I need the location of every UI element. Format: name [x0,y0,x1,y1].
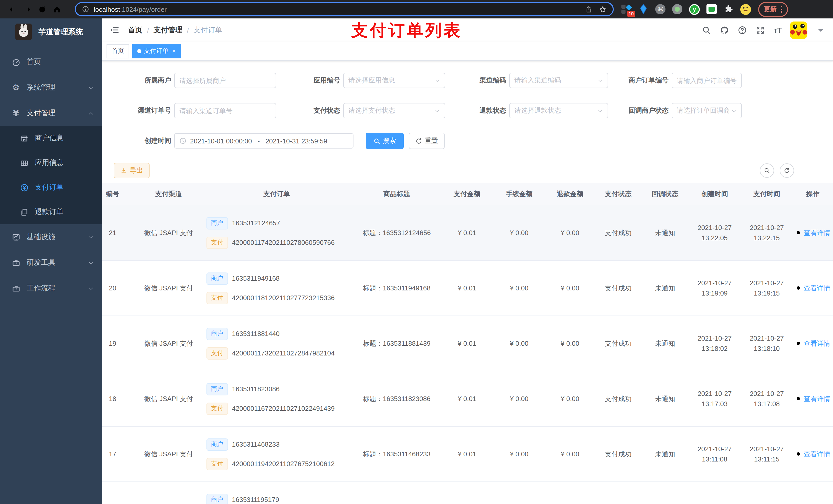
sidebar-toggle-icon[interactable] [110,25,119,35]
view-detail-link[interactable]: 查看详情 [795,450,830,459]
column-header-支付订单: 支付订单 [201,183,353,205]
date-separator: - [257,137,260,145]
cell-order-no: 商户1635312124657支付42000011742021102780605… [201,205,353,261]
export-button[interactable]: 导出 [114,163,149,178]
column-header-支付渠道: 支付渠道 [136,183,201,205]
user-avatar[interactable] [790,21,807,39]
filter-field-商户订单编号: 商户订单编号 [610,73,742,88]
field-label: 商户订单编号 [610,76,669,85]
browser-back-icon[interactable] [5,2,20,17]
toggle-search-button[interactable] [760,163,774,178]
extension-kite-icon[interactable] [638,4,648,14]
sidebar-item-支付管理[interactable]: ¥支付管理 [0,100,102,126]
browser-home-icon[interactable] [50,2,65,17]
date-label: 创建时间 [102,136,171,145]
filter-field-所属商户: 所属商户 [102,73,276,88]
browser-reload-icon[interactable] [35,2,50,17]
close-icon[interactable]: × [172,48,176,54]
help-icon[interactable] [738,25,747,34]
view-detail-link[interactable]: 查看详情 [795,394,830,403]
渠道编码-select[interactable]: 请输入渠道编码 [509,73,608,88]
active-dot [137,49,141,53]
docs-icon [20,208,29,216]
github-icon[interactable] [720,25,729,34]
sidebar-item-退款订单[interactable]: 退款订单 [0,200,102,224]
cell-actions: 查看详情 [793,426,833,482]
breadcrumb-separator: / [187,26,189,34]
cell-title: 标题：1635312124656 [353,205,441,261]
browser-forward-icon[interactable] [20,2,35,17]
cell-actions: 查看详情 [793,316,833,371]
fullscreen-icon[interactable] [756,25,765,34]
extension-y-icon[interactable]: y [689,4,700,15]
cell-fee [493,482,545,504]
tab-tag-首页[interactable]: 首页 [106,44,129,58]
cell-pay-time: 2021-10-2713:19:15 [741,261,793,316]
extension-emoji-icon[interactable] [740,4,751,15]
reset-button[interactable]: 重置 [409,133,445,149]
cell-refund: ¥ 0.00 [545,261,595,316]
extension-tabs-icon[interactable]: 10 [621,4,632,14]
sidebar-item-支付订单[interactable]: 支付订单 [0,175,102,200]
应用编号-select[interactable]: 请选择应用信息 [343,73,445,88]
share-icon[interactable] [585,5,593,13]
merchant-tag: 商户 [207,217,228,229]
extensions-puzzle-icon[interactable] [723,4,734,14]
cell-order-no: 商户1635311949168支付42000011812021102777232… [201,261,353,316]
cell-status: 支付成功 [595,316,642,371]
cell-refund: ¥ 0.00 [545,371,595,426]
view-detail-link[interactable]: 查看详情 [795,228,830,237]
date-start: 2021-10-01 00:00:00 [190,137,252,145]
渠道订单号-input[interactable] [174,103,276,118]
avatar-caret-icon[interactable] [816,25,825,34]
date-range-input[interactable]: 2021-10-01 00:00:00 - 2021-10-31 23:59:5… [174,133,354,148]
header-search-icon[interactable] [702,25,711,34]
所属商户-input[interactable] [174,73,276,88]
cell-create-time: 2021-10-2713:19:09 [689,261,741,316]
cell-status: 支付成功 [595,426,642,482]
cell-callback: 未通知 [642,261,689,316]
sidebar-item-系统管理[interactable]: ⚙系统管理 [0,75,102,100]
extension-command-icon[interactable]: ⌘ [655,4,665,14]
extension-chat-icon[interactable] [707,4,717,14]
breadcrumb-item[interactable]: 首页 [128,25,142,34]
退款状态-select[interactable]: 请选择退款状态 [509,103,608,118]
cell-fee: ¥ 0.00 [493,316,545,371]
cell-id: 18 [102,371,136,426]
address-bar[interactable]: localhost:1024/pay/order [75,2,614,16]
tab-tag-支付订单[interactable]: 支付订单× [132,44,181,58]
bookmark-star-icon[interactable] [599,5,606,13]
sidebar-item-研发工具[interactable]: 研发工具 [0,250,102,275]
cell-refund [545,482,595,504]
sidebar-item-工作流程[interactable]: 工作流程 [0,275,102,301]
view-detail-link[interactable]: 查看详情 [795,339,830,348]
view-detail-link[interactable]: 查看详情 [795,284,830,293]
cell-status: 支付成功 [595,371,642,426]
breadcrumb-item[interactable]: 支付管理 [154,25,182,34]
支付状态-select[interactable]: 请选择支付状态 [343,103,445,118]
sidebar: 芋道管理系统 首页⚙系统管理¥支付管理商户信息应用信息支付订单退款订单基础设施研… [0,19,102,504]
sidebar-item-应用信息[interactable]: 应用信息 [0,150,102,175]
font-size-icon[interactable]: тT [774,26,781,34]
sidebar-item-基础设施[interactable]: 基础设施 [0,224,102,250]
merchant-tag: 商户 [207,328,228,340]
site-info-icon[interactable] [82,6,89,13]
extension-dot-icon[interactable] [672,4,682,14]
pay-tag: 支付 [207,458,228,470]
sidebar-item-商户信息[interactable]: 商户信息 [0,126,102,150]
browser-update-button[interactable]: 更新 [758,2,788,17]
extensions-row: 10 ⌘ y [621,4,751,15]
search-button[interactable]: 搜索 [366,133,404,149]
回调商户状态-select[interactable]: 请选择订单回调商户状态 [672,103,742,118]
商户订单编号-input[interactable] [672,73,742,88]
refresh-table-button[interactable] [780,163,794,178]
chevron-down-icon [731,108,737,114]
cell-order-no: 商户1635311195179 [201,482,353,504]
chevron-down-icon [597,78,603,83]
tags-bar: 首页支付订单× [102,42,833,61]
column-header-支付状态: 支付状态 [595,183,642,205]
chevron-down-icon [88,234,94,240]
filter-field-支付状态: 支付状态请选择支付状态 [277,103,445,118]
sidebar-item-首页[interactable]: 首页 [0,49,102,75]
browser-menu-icon[interactable] [781,6,782,13]
